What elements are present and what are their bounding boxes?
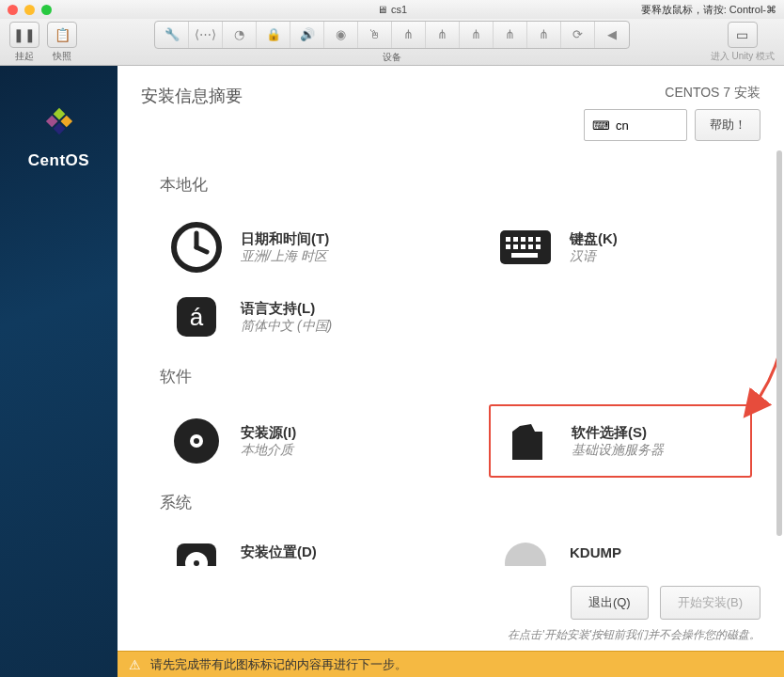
kdump-title: KDUMP (570, 544, 621, 560)
disc-icon (171, 416, 222, 466)
svg-rect-15 (521, 244, 525, 249)
settings-icon[interactable]: 🔧 (155, 22, 189, 48)
page-title: 安装信息摘要 (141, 85, 243, 107)
svg-line-6 (196, 247, 207, 252)
keyboard-title: 键盘(K) (570, 230, 618, 248)
close-window-button[interactable] (8, 5, 18, 15)
svg-point-23 (194, 438, 199, 444)
svg-point-26 (194, 560, 199, 566)
content-scrollbar[interactable] (776, 150, 782, 536)
svg-rect-1 (60, 116, 72, 128)
language-sub: 简体中文 (中国) (241, 318, 332, 335)
svg-rect-8 (506, 237, 510, 242)
svg-point-27 (505, 543, 546, 566)
svg-rect-13 (506, 244, 510, 249)
spoke-datetime[interactable]: 日期和时间(T) 亚洲/上海 时区 (160, 213, 423, 282)
vm-name-label: cs1 (391, 4, 407, 15)
begin-install-button[interactable]: 开始安装(B) (660, 586, 760, 620)
warning-text: 请先完成带有此图标标记的内容再进行下一步。 (150, 656, 407, 673)
lock-icon[interactable]: 🔒 (257, 22, 290, 48)
usb-icon-4[interactable]: ⋔ (494, 22, 527, 48)
camera-icon[interactable]: ◉ (324, 22, 358, 48)
usb-icon-1[interactable]: ⋔ (392, 22, 426, 48)
mouse-release-hint: 要释放鼠标，请按: Control-⌘ (641, 3, 776, 17)
window-title-bar: 🖥 cs1 要释放鼠标，请按: Control-⌘ (0, 0, 784, 19)
svg-rect-0 (53, 108, 65, 120)
spoke-software-selection[interactable]: 软件选择(S) 基础设施服务器 (489, 404, 752, 478)
svg-rect-17 (536, 244, 541, 249)
traffic-lights (8, 5, 52, 15)
snapshot-label: 快照 (53, 50, 71, 63)
suspend-button[interactable]: ❚❚ (9, 22, 39, 48)
device-icons-group: 🔧 ⟨⋯⟩ ◔ 🔒 🔊 ◉ 🖱 ⋔ ⋔ ⋔ ⋔ ⋔ ⟳ ◀ (154, 21, 630, 49)
warning-triangle-icon: ⚠ (129, 657, 141, 672)
maximize-window-button[interactable] (41, 5, 52, 15)
usb-icon-3[interactable]: ⋔ (460, 22, 494, 48)
svg-rect-16 (528, 244, 533, 249)
warning-bar: ⚠ 请先完成带有此图标标记的内容再进行下一步。 (118, 651, 784, 677)
footer-hint: 在点击'开始安装'按钮前我们并不会操作您的磁盘。 (141, 627, 760, 643)
keyboard-layout-selector[interactable]: ⌨ cn (584, 109, 687, 141)
source-title: 安装源(I) (241, 424, 296, 442)
svg-rect-18 (511, 253, 538, 258)
language-icon: á (171, 291, 222, 342)
datetime-sub: 亚洲/上海 时区 (241, 248, 329, 265)
keyboard-sub: 汉语 (570, 248, 618, 265)
mouse-icon[interactable]: 🖱 (358, 22, 392, 48)
installer-subtitle: CENTOS 7 安装 (665, 85, 760, 102)
disk-icon[interactable]: ◔ (223, 22, 257, 48)
vm-toolbar: ❚❚ 挂起 📋 快照 🔧 ⟨⋯⟩ ◔ 🔒 🔊 ◉ 🖱 ⋔ ⋔ ⋔ ⋔ ⋔ ⟳ ◀… (0, 19, 784, 66)
source-sub: 本地介质 (241, 442, 296, 459)
spoke-kdump[interactable]: KDUMP (489, 530, 752, 574)
kdump-icon (500, 538, 551, 566)
network-icon[interactable]: ⟨⋯⟩ (189, 22, 223, 48)
lang-code-label: cn (616, 118, 629, 133)
keyboard-icon: ⌨ (592, 118, 610, 133)
spoke-keyboard[interactable]: 键盘(K) 汉语 (489, 213, 752, 282)
keyboard-large-icon (498, 228, 553, 266)
devices-label: 设备 (383, 51, 401, 64)
svg-rect-11 (528, 237, 533, 242)
centos-logo-icon (37, 99, 82, 144)
svg-rect-14 (513, 244, 518, 249)
svg-rect-9 (513, 237, 518, 242)
package-icon (505, 418, 550, 464)
language-title: 语言支持(L) (241, 300, 332, 318)
usb-icon-5[interactable]: ⋔ (527, 22, 561, 48)
window-title: 🖥 cs1 (377, 4, 407, 15)
centos-brand-label: CentOS (28, 151, 89, 170)
selection-title: 软件选择(S) (572, 424, 664, 442)
unity-label: 进入 Unity 模式 (711, 50, 775, 63)
snapshot-button[interactable]: 📋 (47, 22, 77, 48)
selection-sub: 基础设施服务器 (572, 442, 664, 459)
suspend-label: 挂起 (15, 50, 34, 63)
svg-rect-12 (536, 237, 541, 242)
section-localization-title: 本地化 (160, 174, 756, 196)
clock-icon (171, 222, 222, 273)
datetime-title: 日期和时间(T) (241, 230, 329, 248)
usb-icon-2[interactable]: ⋔ (426, 22, 460, 48)
hdd-icon (171, 538, 222, 566)
footer: 退出(Q) 开始安装(B) 在点击'开始安装'按钮前我们并不会操作您的磁盘。 (118, 575, 784, 651)
spoke-install-destination[interactable]: 安装位置(D) (160, 530, 423, 574)
sound-icon[interactable]: 🔊 (290, 22, 324, 48)
destination-title: 安装位置(D) (241, 543, 317, 561)
spoke-install-source[interactable]: 安装源(I) 本地介质 (160, 404, 423, 478)
minimize-window-button[interactable] (24, 5, 35, 15)
help-button[interactable]: 帮助！ (695, 109, 760, 141)
svg-rect-3 (53, 122, 65, 134)
unity-button[interactable]: ▭ (728, 22, 758, 48)
svg-rect-10 (521, 237, 525, 242)
installer-sidebar: CentOS (0, 66, 118, 677)
svg-rect-2 (45, 116, 57, 128)
section-software-title: 软件 (160, 366, 756, 387)
section-system-title: 系统 (160, 492, 756, 513)
scroll-left-icon[interactable]: ◀ (595, 22, 629, 48)
svg-text:á: á (190, 303, 204, 331)
spoke-language[interactable]: á 语言支持(L) 简体中文 (中国) (160, 282, 423, 352)
installer-content: 安装信息摘要 CENTOS 7 安装 ⌨ cn 帮助！ 本地化 (118, 66, 784, 677)
refresh-icon[interactable]: ⟳ (561, 22, 595, 48)
vm-icon: 🖥 (377, 4, 387, 15)
quit-button[interactable]: 退出(Q) (571, 586, 649, 620)
